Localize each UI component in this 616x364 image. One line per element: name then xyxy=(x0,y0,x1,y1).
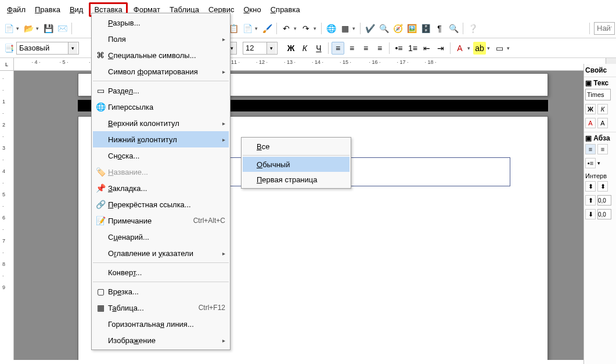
separator xyxy=(463,23,463,34)
menu-file[interactable]: Файл xyxy=(3,4,29,15)
email-button[interactable]: ✉️ xyxy=(56,22,69,35)
menu-section-label: Раздел... xyxy=(108,87,225,95)
submenu-all[interactable]: Все xyxy=(243,139,350,154)
hyperlink-button[interactable]: 🌐 xyxy=(325,22,337,35)
table-button[interactable]: ▦ xyxy=(338,22,351,35)
bgcolor-dropdown[interactable]: ▾ xyxy=(507,45,511,51)
font-color-dropdown[interactable]: ▾ xyxy=(467,45,472,51)
separator xyxy=(589,23,590,34)
sidebar-spacing-dec[interactable]: ⬍ xyxy=(597,181,608,192)
paste-button[interactable]: 📄 xyxy=(241,22,254,35)
underline-button[interactable]: Ч xyxy=(312,42,325,55)
sidebar-font-name[interactable] xyxy=(585,89,611,100)
find-input[interactable] xyxy=(594,22,615,35)
align-justify-button[interactable]: ≡ xyxy=(373,42,386,55)
chevron-down-icon[interactable]: ▾ xyxy=(266,42,276,54)
sidebar-below-space[interactable]: ⬇ xyxy=(585,209,596,219)
navigator-button[interactable]: 🧭 xyxy=(391,22,404,35)
undo-button[interactable]: ↶ xyxy=(280,22,293,35)
menu-fields[interactable]: Поля ▸ xyxy=(93,31,229,47)
menu-crossref[interactable]: 🔗 Перекрёстная ссылка... xyxy=(93,196,229,212)
save-button[interactable]: 💾 xyxy=(42,22,55,35)
open-button[interactable]: 📂 xyxy=(22,22,35,35)
menu-envelope[interactable]: Конверт... xyxy=(93,264,229,280)
menu-hyperlink-label: Гиперссылка xyxy=(108,103,225,111)
menu-bookmark-label: Закладка... xyxy=(108,184,225,193)
menu-hrule[interactable]: Горизонтальная линия... xyxy=(93,316,229,332)
new-button[interactable]: 📄 xyxy=(2,22,15,35)
sidebar-below-value[interactable] xyxy=(597,209,611,219)
hyperlink-icon: 🌐 xyxy=(93,102,108,111)
menu-section[interactable]: ▭ Раздел... xyxy=(93,82,229,99)
sidebar-italic-button[interactable]: К xyxy=(597,104,608,114)
submenu-first-page[interactable]: Первая страница xyxy=(243,172,350,187)
menu-header[interactable]: Верхний колонтитул ▸ xyxy=(93,115,229,131)
sidebar-charfx-button[interactable]: A xyxy=(597,118,608,128)
menu-insert-table[interactable]: ▦ Таблица... Ctrl+F12 xyxy=(93,300,229,316)
menu-footnote[interactable]: Сноска... xyxy=(93,147,229,164)
bold-button[interactable]: Ж xyxy=(284,42,297,55)
open-dropdown[interactable]: ▾ xyxy=(36,26,41,31)
align-left-button[interactable]: ≡ xyxy=(332,42,344,55)
align-right-button[interactable]: ≡ xyxy=(359,42,372,55)
spellcheck-button[interactable]: ✔️ xyxy=(363,22,376,35)
sidebar-align-center[interactable]: ≡ xyxy=(597,144,608,154)
sidebar-bullets[interactable]: •≡ xyxy=(585,158,596,168)
italic-button[interactable]: К xyxy=(298,42,311,55)
gallery-button[interactable]: 🖼️ xyxy=(405,22,418,35)
font-size-input[interactable] xyxy=(243,42,266,54)
menu-frame[interactable]: ▢ Врезка... xyxy=(93,283,229,300)
menu-script[interactable]: Сценарий... xyxy=(93,229,229,245)
sidebar-bold-button[interactable]: Ж xyxy=(585,104,596,114)
font-size-combo[interactable]: ▾ xyxy=(243,42,278,55)
styles-button[interactable]: 📑 xyxy=(2,42,15,55)
menu-help[interactable]: Справка xyxy=(267,4,304,15)
menu-break[interactable]: Разрыв... xyxy=(93,15,229,31)
sidebar-above-value[interactable] xyxy=(597,195,611,206)
menu-view[interactable]: Вид xyxy=(66,4,87,15)
help-button[interactable]: ❔ xyxy=(466,22,479,35)
decrease-indent-button[interactable]: ⇤ xyxy=(420,42,433,55)
sidebar-fontcolor-button[interactable]: A xyxy=(585,118,596,128)
chevron-down-icon[interactable]: ▾ xyxy=(68,42,77,54)
undo-dropdown[interactable]: ▾ xyxy=(294,26,298,31)
menu-special-chars[interactable]: ⌘ Специальные символы... xyxy=(93,47,229,63)
format-paintbrush-button[interactable]: 🖌️ xyxy=(261,22,273,35)
zoom-button[interactable]: 🔍 xyxy=(447,22,460,35)
menu-help-label: правка xyxy=(276,5,300,14)
font-color-button[interactable]: A xyxy=(453,42,466,55)
menu-footer[interactable]: Нижний колонтитул ▸ xyxy=(93,131,229,147)
highlight-button[interactable]: ab xyxy=(473,42,486,55)
menu-separator xyxy=(93,262,229,263)
nonprinting-chars-button[interactable]: ¶ xyxy=(433,22,446,35)
menu-insert-table-label: Таблица... xyxy=(108,304,194,312)
menu-window[interactable]: Окно xyxy=(240,4,264,15)
sidebar-spacing-inc[interactable]: ⬍ xyxy=(585,181,596,192)
numbering-button[interactable]: 1≡ xyxy=(406,42,419,55)
highlight-dropdown[interactable]: ▾ xyxy=(487,45,492,51)
find-button[interactable]: 🔍 xyxy=(377,22,390,35)
menu-hyperlink[interactable]: 🌐 Гиперссылка xyxy=(93,99,229,115)
new-dropdown[interactable]: ▾ xyxy=(16,26,21,31)
bgcolor-button[interactable]: ▭ xyxy=(493,42,506,55)
menu-edit[interactable]: Правка xyxy=(31,4,64,15)
sidebar-above-space[interactable]: ⬆ xyxy=(585,195,596,206)
menu-formatting-mark[interactable]: Символ форматирования ▸ xyxy=(93,63,229,80)
sidebar-align-left[interactable]: ≡ xyxy=(585,144,596,154)
paste-dropdown[interactable]: ▾ xyxy=(255,26,260,31)
redo-dropdown[interactable]: ▾ xyxy=(314,26,318,31)
redo-button[interactable]: ↷ xyxy=(300,22,312,35)
align-center-button[interactable]: ≡ xyxy=(345,42,358,55)
table-dropdown[interactable]: ▾ xyxy=(352,26,357,31)
submenu-default[interactable]: Обычный xyxy=(243,157,350,172)
menu-comment[interactable]: 📝 Примечание Ctrl+Alt+C xyxy=(93,212,229,229)
menu-bookmark[interactable]: 📌 Закладка... xyxy=(93,180,229,196)
menu-toc[interactable]: Оглавление и указатели ▸ xyxy=(93,245,229,261)
datasources-button[interactable]: 🗄️ xyxy=(419,22,432,35)
paragraph-style-combo[interactable]: ▾ xyxy=(16,42,79,55)
menu-image-label: Изображение xyxy=(108,336,222,345)
paragraph-style-input[interactable] xyxy=(17,42,68,54)
increase-indent-button[interactable]: ⇥ xyxy=(434,42,447,55)
bullets-button[interactable]: •≡ xyxy=(392,42,405,55)
menu-image[interactable]: Изображение ▸ xyxy=(93,332,229,348)
